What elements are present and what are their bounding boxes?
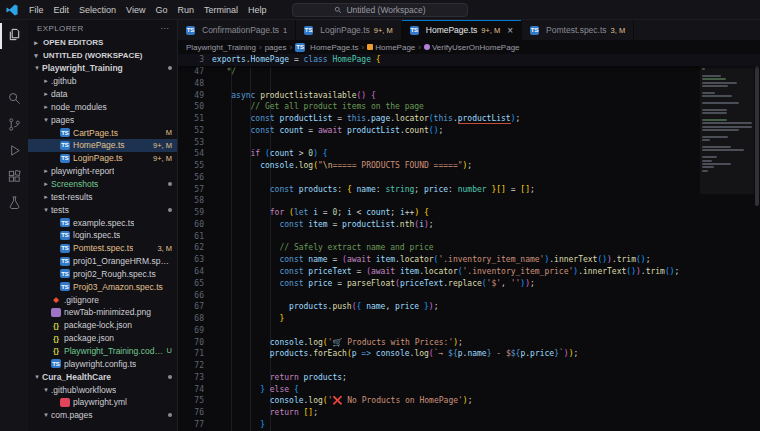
tree-item-com-pages[interactable]: ▾com.pages bbox=[28, 409, 177, 422]
tab-homepage-ts[interactable]: TSHomePage.ts9+, M× bbox=[402, 20, 522, 40]
code-line-77[interactable]: 77 } bbox=[178, 419, 760, 431]
tree-item-playwright-yml[interactable]: playwright.yml bbox=[28, 396, 177, 409]
code-line-75[interactable]: 75 console.log('❌ No Products on HomePag… bbox=[178, 395, 760, 407]
menu-help[interactable]: Help bbox=[243, 3, 272, 17]
tree-item-proj03-amazon-spec-ts[interactable]: TSProj03_Amazon.spec.ts bbox=[28, 280, 177, 293]
command-center[interactable]: Untitled (Workspace) bbox=[292, 3, 468, 17]
open-editors-section[interactable]: ▸ OPEN EDITORS bbox=[28, 36, 177, 49]
activity-extensions[interactable] bbox=[0, 165, 28, 191]
tree-item-playwright-config-ts[interactable]: TSplaywright.config.ts bbox=[28, 357, 177, 370]
activity-run-debug[interactable] bbox=[0, 139, 28, 165]
code-line-57[interactable]: 57 const products: { name: string; price… bbox=[178, 184, 760, 196]
code-line-76[interactable]: 76 return []; bbox=[178, 407, 760, 419]
tree-item-cartpage-ts[interactable]: TSCartPage.tsM bbox=[28, 126, 177, 139]
code-line-73[interactable]: 73 return products; bbox=[178, 372, 760, 384]
code-line-70[interactable]: 70 console.log('🛒 Products with Prices:'… bbox=[178, 337, 760, 349]
code-line-54[interactable]: 54 if (count > 0) { bbox=[178, 148, 760, 160]
menu-edit[interactable]: Edit bbox=[49, 3, 75, 17]
breadcrumb-homepage-ts[interactable]: TSHomePage.ts bbox=[295, 43, 358, 52]
code-line-62[interactable]: 62 // Safely extract name and price bbox=[178, 242, 760, 254]
activity-source-control[interactable] bbox=[0, 113, 28, 139]
code-line-51[interactable]: 51 const productList = this.page.locator… bbox=[178, 113, 760, 125]
tree-item-node-modules[interactable]: ▸node_modules bbox=[28, 101, 177, 114]
tree-item-proj01-orangehrm-spec-ts[interactable]: TSproj01_OrangeHRM.spec.ts bbox=[28, 255, 177, 268]
activity-search[interactable] bbox=[0, 87, 28, 113]
tree-item-gitignore[interactable]: ◆.gitignore bbox=[28, 293, 177, 306]
tree-item-pomtest-spec-ts[interactable]: TSPomtest.spec.ts3, M bbox=[28, 242, 177, 255]
menu-run[interactable]: Run bbox=[172, 3, 199, 17]
tree-item-homepage-ts[interactable]: TSHomePage.ts9+, M bbox=[28, 139, 177, 152]
sticky-scroll-line[interactable]: 3 exports.HomePage = class HomePage { bbox=[178, 54, 760, 66]
breadcrumb-playwright-training[interactable]: Playwright_Training bbox=[186, 43, 256, 52]
menu-selection[interactable]: Selection bbox=[74, 3, 121, 17]
tree-item-screenshots[interactable]: ▸Screenshots bbox=[28, 178, 177, 191]
code-line-66[interactable]: 66 bbox=[178, 290, 760, 302]
code-line-74[interactable]: 74 } else { bbox=[178, 384, 760, 396]
breadcrumb-pages[interactable]: pages bbox=[265, 43, 287, 52]
code-lines[interactable]: 47 */4849 async productlistavailable() {… bbox=[178, 66, 760, 431]
tree-item-github[interactable]: ▸.github bbox=[28, 75, 177, 88]
code-line-63[interactable]: 63 const name = (await item.locator('.in… bbox=[178, 254, 760, 266]
tree-item-cura-healthcare[interactable]: ▾Cura_HealthCare bbox=[28, 370, 177, 383]
tree-item-login-spec-ts[interactable]: TSlogin.spec.ts bbox=[28, 229, 177, 242]
minimap-slider[interactable] bbox=[700, 54, 754, 194]
activity-explorer[interactable] bbox=[0, 23, 28, 49]
tab-git-badge: 1 bbox=[283, 26, 287, 35]
tree-item-package-lock-json[interactable]: {}package-lock.json bbox=[28, 319, 177, 332]
code-line-68[interactable]: 68 } bbox=[178, 313, 760, 325]
tree-item-newtab-minimized-png[interactable]: newTab-minimized.png bbox=[28, 306, 177, 319]
code-line-50[interactable]: 50 // Get all product items on the page bbox=[178, 101, 760, 113]
code-line-64[interactable]: 64 const priceText = (await item.locator… bbox=[178, 266, 760, 278]
tree-item-pages[interactable]: ▾pages bbox=[28, 113, 177, 126]
code-line-59[interactable]: 59 for (let i = 0; i < count; i++) { bbox=[178, 207, 760, 219]
tree-item-loginpage-ts[interactable]: TSLoginPage.ts9+, M bbox=[28, 152, 177, 165]
code-line-56[interactable]: 56 bbox=[178, 172, 760, 184]
activity-testing[interactable] bbox=[0, 191, 28, 217]
source-control-icon bbox=[7, 117, 22, 136]
code-line-60[interactable]: 60 const item = productList.nth(i); bbox=[178, 219, 760, 231]
tab-loginpage-ts[interactable]: TSLoginPage.ts9+, M bbox=[296, 20, 402, 40]
code-line-47[interactable]: 47 */ bbox=[178, 66, 760, 78]
code-line-71[interactable]: 71 products.forEach(p => console.log(`→ … bbox=[178, 348, 760, 360]
menu-terminal[interactable]: Terminal bbox=[199, 3, 243, 17]
tree-item-example-spec-ts[interactable]: TSexample.spec.ts bbox=[28, 216, 177, 229]
workspace-section[interactable]: ▾ UNTITLED (WORKSPACE) bbox=[28, 49, 177, 62]
tree-item-test-results[interactable]: ▸test-results bbox=[28, 190, 177, 203]
code-line-52[interactable]: 52 const count = await productList.count… bbox=[178, 125, 760, 137]
menu-view[interactable]: View bbox=[121, 3, 150, 17]
tree-item-playwright-training[interactable]: ▾Playwright_Training bbox=[28, 62, 177, 75]
tree-item-github-workflows[interactable]: ▾.github\workflows bbox=[28, 383, 177, 396]
breadcrumb-verifyuseronhomepage[interactable]: VerifyUserOnHomePage bbox=[424, 43, 520, 52]
tree-item-tests[interactable]: ▾tests bbox=[28, 203, 177, 216]
minimap[interactable] bbox=[700, 54, 754, 431]
workspace-label: UNTITLED (WORKSPACE) bbox=[43, 51, 142, 60]
typescript-file-icon: TS bbox=[304, 26, 313, 35]
menu-file[interactable]: File bbox=[24, 3, 49, 17]
code-line-48[interactable]: 48 bbox=[178, 78, 760, 90]
tree-item-playwright-report[interactable]: ▸playwright-report bbox=[28, 165, 177, 178]
scrollbar-thumb[interactable] bbox=[755, 56, 759, 206]
menu-go[interactable]: Go bbox=[150, 3, 172, 17]
vertical-scrollbar[interactable] bbox=[754, 54, 760, 431]
tree-item-data[interactable]: ▸data bbox=[28, 88, 177, 101]
code-line-53[interactable]: 53 bbox=[178, 137, 760, 149]
breadcrumb-homepage[interactable]: HomePage bbox=[367, 43, 415, 52]
code-line-72[interactable]: 72 bbox=[178, 360, 760, 372]
tree-item-package-json[interactable]: {}package.json bbox=[28, 332, 177, 345]
tab-confirmationpage-ts[interactable]: TSConfirmationPage.ts1 bbox=[178, 20, 296, 40]
code-line-49[interactable]: 49 async productlistavailable() { bbox=[178, 90, 760, 102]
tree-item-proj02-rough-spec-ts[interactable]: TSproj02_Rough.spec.ts bbox=[28, 268, 177, 281]
tab-pomtest-spec-ts[interactable]: TSPomtest.spec.ts3, M bbox=[522, 20, 634, 40]
code-line-69[interactable]: 69 bbox=[178, 325, 760, 337]
code-line-65[interactable]: 65 const price = parseFloat(priceText.re… bbox=[178, 278, 760, 290]
code-text: const priceText = (await item.locator('.… bbox=[204, 266, 679, 278]
code-line-67[interactable]: 67 products.push({ name, price }); bbox=[178, 301, 760, 313]
code-line-55[interactable]: 55 console.log("\n===== PRODUCTS FOUND =… bbox=[178, 160, 760, 172]
close-icon[interactable]: × bbox=[507, 25, 513, 36]
more-actions-icon[interactable]: ⋯ bbox=[161, 24, 169, 36]
file-label: .gitignore bbox=[64, 295, 99, 305]
code-text: async productlistavailable() { bbox=[204, 90, 376, 102]
code-line-61[interactable]: 61 bbox=[178, 231, 760, 243]
code-line-58[interactable]: 58 bbox=[178, 195, 760, 207]
tree-item-playwright-training-code-wor[interactable]: {}Playwright_Training.code-wor...U bbox=[28, 345, 177, 358]
